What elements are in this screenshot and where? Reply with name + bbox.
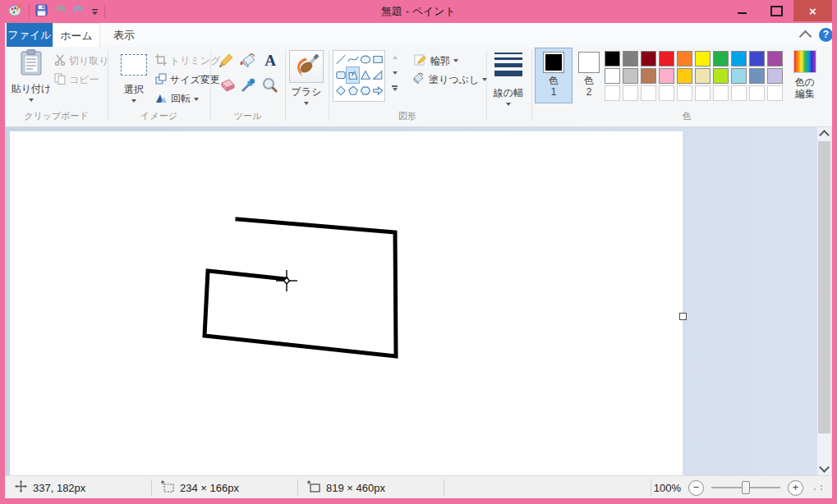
undo-icon[interactable]	[53, 4, 67, 20]
shapes-scroll-up-button[interactable]	[389, 52, 400, 62]
dropdown-arrow-icon	[29, 99, 34, 102]
edit-colors-button[interactable]: 色の 編集	[787, 50, 823, 99]
shape-ellipse[interactable]	[359, 52, 371, 67]
zoom-in-button[interactable]: +	[788, 480, 803, 496]
palette-empty-slot[interactable]	[659, 85, 674, 101]
minimize-icon	[738, 12, 747, 14]
shape-rounded-rectangle[interactable]	[334, 67, 347, 83]
palette-swatch[interactable]	[659, 51, 674, 66]
palette-swatch[interactable]	[605, 68, 620, 84]
save-icon[interactable]	[35, 4, 48, 20]
brush-label: ブラシ	[292, 85, 322, 99]
vertical-scrollbar[interactable]	[817, 127, 831, 475]
canvas-resize-handle[interactable]	[679, 313, 687, 320]
quick-access-toolbar	[8, 0, 105, 23]
scrollbar-thumb[interactable]	[818, 141, 830, 433]
resize-grip-icon[interactable]	[814, 485, 822, 490]
zoom-slider-handle[interactable]	[742, 481, 750, 494]
shape-pentagon[interactable]	[347, 83, 359, 99]
shape-fill-label: 塗りつぶし	[429, 73, 479, 87]
color2-button[interactable]: 色 2	[574, 48, 604, 103]
scroll-down-button[interactable]	[817, 462, 831, 475]
shape-triangle[interactable]	[359, 67, 371, 83]
outline-button[interactable]: 輪郭	[414, 53, 458, 68]
color2-number: 2	[586, 86, 592, 98]
color1-swatch	[543, 52, 564, 73]
palette-swatch[interactable]	[713, 51, 729, 66]
help-button[interactable]: ?	[819, 28, 833, 42]
cut-button[interactable]: 切り取り	[54, 54, 109, 68]
magnifier-tool[interactable]	[261, 76, 279, 94]
clipboard-icon	[19, 49, 44, 80]
palette-swatch[interactable]	[623, 68, 638, 84]
brush-button[interactable]: ブラシ	[290, 50, 323, 105]
palette-empty-slot[interactable]	[641, 85, 656, 101]
shapes-scroll-down-button[interactable]	[389, 67, 400, 78]
shape-diamond[interactable]	[334, 83, 347, 99]
palette-swatch[interactable]	[677, 68, 692, 84]
color-picker-tool[interactable]	[239, 76, 257, 94]
palette-empty-slot[interactable]	[623, 85, 638, 101]
fill-tool[interactable]	[239, 52, 257, 70]
shape-fill-button[interactable]: 塗りつぶし	[412, 72, 487, 87]
palette-swatch[interactable]	[731, 68, 747, 84]
palette-empty-slot[interactable]	[695, 85, 711, 101]
group-shapes: 輪郭 塗りつぶし 図形	[329, 47, 486, 126]
shape-rectangle[interactable]	[371, 52, 384, 67]
shape-polygon-selected[interactable]	[347, 67, 359, 83]
palette-empty-slot[interactable]	[713, 85, 729, 101]
palette-swatch[interactable]	[767, 68, 783, 84]
scroll-up-button[interactable]	[817, 127, 831, 140]
ribbon-tab-bar: ファイル ホーム 表示 ?	[5, 23, 832, 47]
palette-empty-slot[interactable]	[731, 85, 747, 101]
line-width-icon	[494, 53, 522, 80]
palette-swatch[interactable]	[641, 51, 656, 66]
rotate-button[interactable]: 回転	[155, 92, 199, 106]
palette-swatch[interactable]	[695, 68, 711, 84]
line-width-button[interactable]: 線の幅	[491, 51, 526, 106]
palette-swatch[interactable]	[695, 51, 711, 66]
qat-customize-dropdown-icon[interactable]	[91, 4, 99, 19]
pencil-tool[interactable]	[217, 52, 235, 70]
eraser-tool[interactable]	[217, 76, 235, 94]
palette-empty-slot[interactable]	[767, 85, 783, 101]
minimize-ribbon-button[interactable]	[798, 30, 812, 41]
palette-swatch[interactable]	[677, 51, 692, 66]
palette-swatch[interactable]	[713, 68, 729, 84]
shape-hexagon[interactable]	[359, 83, 371, 99]
palette-swatch[interactable]	[767, 51, 783, 66]
redo-icon[interactable]	[72, 4, 85, 20]
paste-button[interactable]: 貼り付け	[10, 49, 53, 102]
move-cursor-icon	[15, 480, 27, 495]
tab-home[interactable]: ホーム	[53, 23, 100, 47]
palette-empty-slot[interactable]	[677, 85, 692, 101]
palette-row-2	[605, 68, 785, 84]
maximize-button[interactable]	[759, 0, 793, 21]
select-button[interactable]: 選択	[116, 49, 152, 103]
tab-view[interactable]: 表示	[100, 23, 148, 47]
palette-swatch[interactable]	[623, 51, 638, 66]
zoom-out-button[interactable]: −	[688, 480, 704, 496]
shape-line[interactable]	[334, 52, 347, 67]
zoom-slider[interactable]	[711, 481, 780, 494]
palette-swatch[interactable]	[731, 51, 747, 66]
palette-swatch[interactable]	[659, 68, 674, 84]
drawing-canvas[interactable]	[10, 131, 683, 475]
palette-empty-slot[interactable]	[605, 85, 620, 101]
minimize-button[interactable]	[724, 0, 759, 21]
text-tool[interactable]: A	[261, 52, 279, 70]
color1-button[interactable]: 色 1	[536, 48, 572, 103]
tab-file[interactable]: ファイル	[7, 23, 53, 47]
palette-swatch[interactable]	[749, 51, 765, 66]
paint-logo-icon[interactable]	[8, 2, 23, 21]
shape-arrow-right[interactable]	[371, 83, 384, 99]
shape-curve[interactable]	[347, 52, 359, 67]
palette-empty-slot[interactable]	[749, 85, 765, 101]
palette-swatch[interactable]	[605, 51, 620, 66]
shapes-more-button[interactable]	[389, 83, 400, 94]
palette-swatch[interactable]	[641, 68, 656, 84]
copy-button[interactable]: コピー	[54, 73, 99, 87]
shape-right-triangle[interactable]	[371, 67, 384, 83]
palette-swatch[interactable]	[749, 68, 765, 84]
close-button[interactable]: ×	[793, 0, 832, 21]
